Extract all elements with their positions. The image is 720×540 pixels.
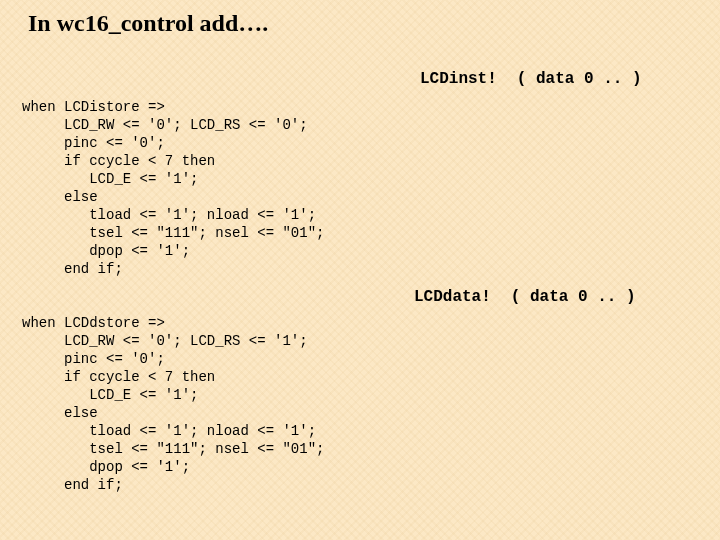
- slide-title: In wc16_control add….: [28, 10, 268, 37]
- code-block-lcddstore: when LCDdstore => LCD_RW <= '0'; LCD_RS …: [22, 314, 324, 494]
- label-paren: ( data 0 .. ): [511, 288, 636, 306]
- code-block-lcdistore: when LCDistore => LCD_RW <= '0'; LCD_RS …: [22, 98, 324, 278]
- label-paren: ( data 0 .. ): [517, 70, 642, 88]
- label-lcdinst: LCDinst!( data 0 .. ): [420, 70, 642, 88]
- label-name: LCDdata!: [414, 288, 491, 306]
- label-lcddata: LCDdata!( data 0 .. ): [414, 288, 636, 306]
- label-name: LCDinst!: [420, 70, 497, 88]
